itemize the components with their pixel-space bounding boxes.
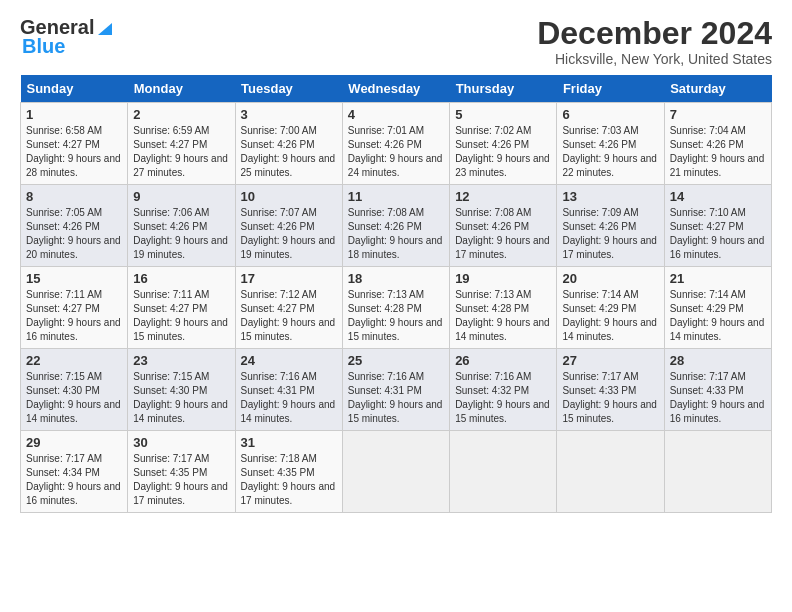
cell-info: Sunrise: 7:11 AMSunset: 4:27 PMDaylight:… <box>133 289 228 342</box>
calendar-cell: 3 Sunrise: 7:00 AMSunset: 4:26 PMDayligh… <box>235 103 342 185</box>
cell-info: Sunrise: 7:15 AMSunset: 4:30 PMDaylight:… <box>133 371 228 424</box>
day-number: 31 <box>241 435 337 450</box>
svg-marker-0 <box>98 23 112 35</box>
col-friday: Friday <box>557 75 664 103</box>
col-saturday: Saturday <box>664 75 771 103</box>
calendar-cell: 13 Sunrise: 7:09 AMSunset: 4:26 PMDaylig… <box>557 185 664 267</box>
day-number: 14 <box>670 189 766 204</box>
day-number: 28 <box>670 353 766 368</box>
calendar-week-row: 15 Sunrise: 7:11 AMSunset: 4:27 PMDaylig… <box>21 267 772 349</box>
calendar-cell: 15 Sunrise: 7:11 AMSunset: 4:27 PMDaylig… <box>21 267 128 349</box>
calendar-cell: 17 Sunrise: 7:12 AMSunset: 4:27 PMDaylig… <box>235 267 342 349</box>
calendar-header-row: Sunday Monday Tuesday Wednesday Thursday… <box>21 75 772 103</box>
day-number: 5 <box>455 107 551 122</box>
calendar-cell: 31 Sunrise: 7:18 AMSunset: 4:35 PMDaylig… <box>235 431 342 513</box>
day-number: 18 <box>348 271 444 286</box>
calendar-cell: 26 Sunrise: 7:16 AMSunset: 4:32 PMDaylig… <box>450 349 557 431</box>
cell-info: Sunrise: 7:07 AMSunset: 4:26 PMDaylight:… <box>241 207 336 260</box>
cell-info: Sunrise: 7:17 AMSunset: 4:34 PMDaylight:… <box>26 453 121 506</box>
calendar-cell: 2 Sunrise: 6:59 AMSunset: 4:27 PMDayligh… <box>128 103 235 185</box>
col-tuesday: Tuesday <box>235 75 342 103</box>
calendar-cell: 24 Sunrise: 7:16 AMSunset: 4:31 PMDaylig… <box>235 349 342 431</box>
calendar-week-row: 22 Sunrise: 7:15 AMSunset: 4:30 PMDaylig… <box>21 349 772 431</box>
calendar-cell: 20 Sunrise: 7:14 AMSunset: 4:29 PMDaylig… <box>557 267 664 349</box>
day-number: 2 <box>133 107 229 122</box>
calendar-cell: 8 Sunrise: 7:05 AMSunset: 4:26 PMDayligh… <box>21 185 128 267</box>
calendar-cell <box>664 431 771 513</box>
cell-info: Sunrise: 7:18 AMSunset: 4:35 PMDaylight:… <box>241 453 336 506</box>
calendar-cell: 11 Sunrise: 7:08 AMSunset: 4:26 PMDaylig… <box>342 185 449 267</box>
day-number: 1 <box>26 107 122 122</box>
calendar-cell: 7 Sunrise: 7:04 AMSunset: 4:26 PMDayligh… <box>664 103 771 185</box>
calendar-week-row: 1 Sunrise: 6:58 AMSunset: 4:27 PMDayligh… <box>21 103 772 185</box>
cell-info: Sunrise: 7:14 AMSunset: 4:29 PMDaylight:… <box>562 289 657 342</box>
day-number: 11 <box>348 189 444 204</box>
calendar-week-row: 29 Sunrise: 7:17 AMSunset: 4:34 PMDaylig… <box>21 431 772 513</box>
cell-info: Sunrise: 7:03 AMSunset: 4:26 PMDaylight:… <box>562 125 657 178</box>
cell-info: Sunrise: 7:13 AMSunset: 4:28 PMDaylight:… <box>348 289 443 342</box>
calendar-cell: 1 Sunrise: 6:58 AMSunset: 4:27 PMDayligh… <box>21 103 128 185</box>
calendar-cell: 10 Sunrise: 7:07 AMSunset: 4:26 PMDaylig… <box>235 185 342 267</box>
day-number: 6 <box>562 107 658 122</box>
calendar-cell: 9 Sunrise: 7:06 AMSunset: 4:26 PMDayligh… <box>128 185 235 267</box>
cell-info: Sunrise: 7:10 AMSunset: 4:27 PMDaylight:… <box>670 207 765 260</box>
day-number: 25 <box>348 353 444 368</box>
calendar-cell: 29 Sunrise: 7:17 AMSunset: 4:34 PMDaylig… <box>21 431 128 513</box>
calendar-cell: 4 Sunrise: 7:01 AMSunset: 4:26 PMDayligh… <box>342 103 449 185</box>
calendar-cell: 12 Sunrise: 7:08 AMSunset: 4:26 PMDaylig… <box>450 185 557 267</box>
cell-info: Sunrise: 7:17 AMSunset: 4:33 PMDaylight:… <box>562 371 657 424</box>
month-title: December 2024 <box>537 16 772 51</box>
cell-info: Sunrise: 7:02 AMSunset: 4:26 PMDaylight:… <box>455 125 550 178</box>
day-number: 12 <box>455 189 551 204</box>
day-number: 13 <box>562 189 658 204</box>
day-number: 9 <box>133 189 229 204</box>
cell-info: Sunrise: 7:17 AMSunset: 4:33 PMDaylight:… <box>670 371 765 424</box>
calendar-cell: 18 Sunrise: 7:13 AMSunset: 4:28 PMDaylig… <box>342 267 449 349</box>
logo: General Blue <box>20 16 116 58</box>
calendar-cell: 23 Sunrise: 7:15 AMSunset: 4:30 PMDaylig… <box>128 349 235 431</box>
day-number: 21 <box>670 271 766 286</box>
cell-info: Sunrise: 7:16 AMSunset: 4:31 PMDaylight:… <box>241 371 336 424</box>
cell-info: Sunrise: 7:05 AMSunset: 4:26 PMDaylight:… <box>26 207 121 260</box>
calendar-cell: 27 Sunrise: 7:17 AMSunset: 4:33 PMDaylig… <box>557 349 664 431</box>
day-number: 17 <box>241 271 337 286</box>
calendar-cell: 16 Sunrise: 7:11 AMSunset: 4:27 PMDaylig… <box>128 267 235 349</box>
day-number: 26 <box>455 353 551 368</box>
page-container: General Blue December 2024 Hicksville, N… <box>0 0 792 523</box>
calendar-cell: 14 Sunrise: 7:10 AMSunset: 4:27 PMDaylig… <box>664 185 771 267</box>
calendar-cell: 28 Sunrise: 7:17 AMSunset: 4:33 PMDaylig… <box>664 349 771 431</box>
calendar-cell: 30 Sunrise: 7:17 AMSunset: 4:35 PMDaylig… <box>128 431 235 513</box>
day-number: 15 <box>26 271 122 286</box>
location-text: Hicksville, New York, United States <box>537 51 772 67</box>
calendar-cell: 6 Sunrise: 7:03 AMSunset: 4:26 PMDayligh… <box>557 103 664 185</box>
col-wednesday: Wednesday <box>342 75 449 103</box>
logo-icon <box>94 17 116 39</box>
cell-info: Sunrise: 7:13 AMSunset: 4:28 PMDaylight:… <box>455 289 550 342</box>
day-number: 19 <box>455 271 551 286</box>
day-number: 22 <box>26 353 122 368</box>
cell-info: Sunrise: 7:15 AMSunset: 4:30 PMDaylight:… <box>26 371 121 424</box>
day-number: 29 <box>26 435 122 450</box>
cell-info: Sunrise: 6:58 AMSunset: 4:27 PMDaylight:… <box>26 125 121 178</box>
cell-info: Sunrise: 7:01 AMSunset: 4:26 PMDaylight:… <box>348 125 443 178</box>
cell-info: Sunrise: 7:08 AMSunset: 4:26 PMDaylight:… <box>348 207 443 260</box>
day-number: 27 <box>562 353 658 368</box>
cell-info: Sunrise: 7:00 AMSunset: 4:26 PMDaylight:… <box>241 125 336 178</box>
calendar-cell <box>557 431 664 513</box>
cell-info: Sunrise: 7:14 AMSunset: 4:29 PMDaylight:… <box>670 289 765 342</box>
day-number: 10 <box>241 189 337 204</box>
cell-info: Sunrise: 7:04 AMSunset: 4:26 PMDaylight:… <box>670 125 765 178</box>
calendar-cell: 5 Sunrise: 7:02 AMSunset: 4:26 PMDayligh… <box>450 103 557 185</box>
calendar-cell: 21 Sunrise: 7:14 AMSunset: 4:29 PMDaylig… <box>664 267 771 349</box>
cell-info: Sunrise: 7:16 AMSunset: 4:31 PMDaylight:… <box>348 371 443 424</box>
day-number: 23 <box>133 353 229 368</box>
page-header: General Blue December 2024 Hicksville, N… <box>20 16 772 67</box>
cell-info: Sunrise: 7:16 AMSunset: 4:32 PMDaylight:… <box>455 371 550 424</box>
day-number: 3 <box>241 107 337 122</box>
calendar-table: Sunday Monday Tuesday Wednesday Thursday… <box>20 75 772 513</box>
col-sunday: Sunday <box>21 75 128 103</box>
cell-info: Sunrise: 7:06 AMSunset: 4:26 PMDaylight:… <box>133 207 228 260</box>
title-block: December 2024 Hicksville, New York, Unit… <box>537 16 772 67</box>
calendar-cell: 19 Sunrise: 7:13 AMSunset: 4:28 PMDaylig… <box>450 267 557 349</box>
cell-info: Sunrise: 6:59 AMSunset: 4:27 PMDaylight:… <box>133 125 228 178</box>
